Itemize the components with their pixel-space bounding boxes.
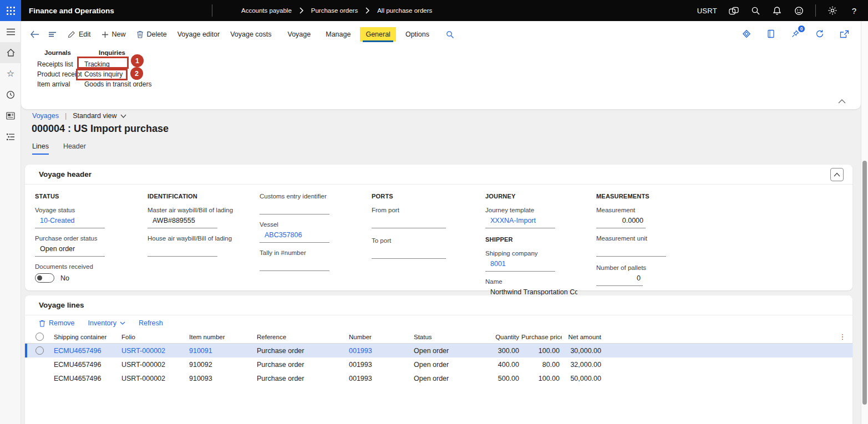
copilot-icon[interactable] [729,6,739,16]
back-arrow-icon[interactable] [29,29,40,40]
home-icon[interactable] [0,42,21,63]
workspaces-icon[interactable] [0,105,21,126]
cell-item-number[interactable]: 910093 [189,375,257,382]
column-header-net-amount[interactable]: Net amount [562,334,603,340]
voyage-lines-title-row: Voyage lines [25,295,852,315]
menu-item-product-receipt[interactable]: Product receipt [37,70,82,78]
app-launcher-button[interactable] [0,0,21,21]
search-icon[interactable] [750,6,760,16]
field-value-link[interactable]: 8001 [485,260,555,272]
tab-voyage[interactable]: Voyage [282,27,317,42]
book-icon[interactable] [765,28,776,39]
group-title-shipper: SHIPPER [485,236,596,243]
field-value [148,245,217,257]
column-customs: Customs entry identifier Vessel ABC35780… [260,188,372,306]
tab-header[interactable]: Header [63,142,86,155]
menu-item-goods-in-transit-orders[interactable]: Goods in transit orders [84,80,151,88]
modules-list-icon[interactable] [0,126,21,147]
inventory-dropdown[interactable]: Inventory [88,319,125,327]
breadcrumb-all-purchase-orders[interactable]: All purchase orders [377,7,432,14]
collapse-section-button[interactable] [830,168,844,181]
table-row[interactable]: ECMU4657496 USRT-000002 910091 Purchase … [25,344,852,357]
cell-shipping-container[interactable]: ECMU4657496 [54,375,121,382]
cell-number[interactable]: 001993 [349,361,414,369]
field-from-port: From port [372,207,485,228]
field-value-link[interactable]: ABC357806 [260,231,329,243]
cell-folio[interactable]: USRT-000002 [121,347,189,355]
menu-item-receipts-list[interactable]: Receipts list [37,60,73,68]
cell-net-amount: 32,000.00 [562,361,603,369]
nav-separator: | [65,112,67,120]
field-label: Master air waybill/Bill of lading [148,207,260,213]
action-pane-search-icon[interactable] [444,29,455,40]
cell-item-number[interactable]: 910091 [189,347,257,355]
column-header-quantity[interactable]: Quantity [471,334,521,340]
cell-shipping-container[interactable]: ECMU4657496 [54,347,121,355]
group-title-status: STATUS [35,193,148,200]
cell-shipping-container[interactable]: ECMU4657496 [54,361,121,369]
recent-clock-icon[interactable] [0,84,21,105]
remove-button[interactable]: Remove [39,319,75,327]
column-header-status[interactable]: Status [414,334,471,340]
tab-lines[interactable]: Lines [32,142,49,155]
tab-options[interactable]: Options [400,27,435,42]
action-pane: Edit New Delete Voyage editor Voyage cos… [21,21,861,109]
group-title-ports: PORTS [372,193,485,200]
menu-item-item-arrival[interactable]: Item arrival [37,80,70,88]
field-value [260,259,329,271]
settings-gear-icon[interactable] [828,6,837,16]
hamburger-menu-icon[interactable] [0,21,21,42]
tab-manage[interactable]: Manage [320,27,356,42]
breadcrumb-accounts-payable[interactable]: Accounts payable [241,7,292,14]
notifications-bell-icon[interactable] [772,6,782,16]
cell-number[interactable]: 001993 [349,347,414,355]
flyout-group-inquiries: Inquiries [99,49,125,56]
account-button[interactable]: USRT [697,7,717,15]
column-header-shipping-container[interactable]: Shipping container [54,334,121,340]
voyages-back-link[interactable]: Voyages [32,112,59,120]
help-icon[interactable]: ? [849,6,859,16]
group-title-measurements: MEASUREMENTS [596,193,729,200]
field-value-link[interactable]: XXXNA-Import [485,217,555,228]
cell-folio[interactable]: USRT-000002 [121,361,189,369]
column-header-reference[interactable]: Reference [257,334,349,340]
refresh-button[interactable]: Refresh [139,319,163,327]
favorites-star-icon[interactable]: ☆ [0,63,21,84]
feedback-smiley-icon[interactable] [794,6,804,16]
grid-options-kebab-icon[interactable]: ⋮ [837,333,852,341]
flyout-group-journals: Journals [44,49,71,56]
annotation-box-2 [76,69,128,80]
cell-item-number[interactable]: 910092 [189,361,257,369]
column-ports: PORTS From port To port [372,188,485,306]
table-row[interactable]: ECMU4657496 USRT-000002 910093 Purchase … [25,371,852,385]
cell-purchase-price: 100.00 [521,347,562,355]
row-select-radio[interactable] [35,346,44,355]
edit-button[interactable]: Edit [68,30,91,38]
cell-number[interactable]: 001993 [349,375,414,382]
action-pane-menu-icon[interactable] [47,29,58,40]
table-row[interactable]: ECMU4657496 USRT-000002 910092 Purchase … [25,357,852,371]
tab-general[interactable]: General [360,27,395,42]
view-selector[interactable]: Standard view [73,112,126,120]
breadcrumb-purchase-orders[interactable]: Purchase orders [311,7,358,14]
scrollbar-thumb[interactable] [862,161,867,405]
column-header-folio[interactable]: Folio [121,334,189,340]
select-all-radio[interactable] [35,333,44,341]
open-in-new-window-icon[interactable] [839,28,850,39]
diamond-icon[interactable] [741,28,752,39]
field-to-port: To port [372,237,485,259]
voyage-costs-button[interactable]: Voyage costs [230,30,271,38]
delete-button[interactable]: Delete [136,30,167,38]
attachments-pin-icon[interactable]: 0 [790,28,801,39]
new-button[interactable]: New [101,30,126,38]
refresh-icon[interactable] [814,28,825,39]
column-header-number[interactable]: Number [349,334,414,340]
chevron-down-icon [120,114,126,118]
cell-folio[interactable]: USRT-000002 [121,375,189,382]
documents-received-toggle[interactable] [35,273,54,283]
column-header-item-number[interactable]: Item number [189,334,257,340]
collapse-action-pane-chevron-icon[interactable] [837,99,847,106]
field-value-link[interactable]: 10-Created [35,217,105,228]
column-header-purchase-price[interactable]: Purchase price [521,334,562,340]
voyage-editor-button[interactable]: Voyage editor [177,30,220,38]
